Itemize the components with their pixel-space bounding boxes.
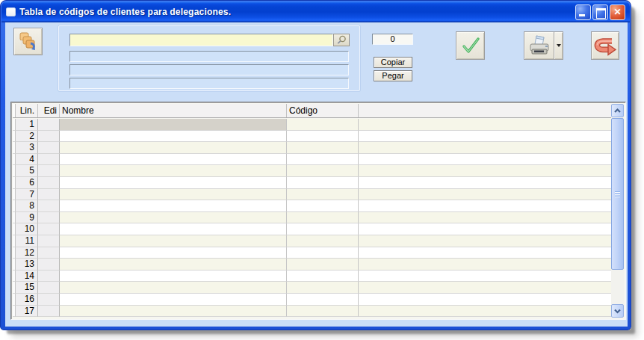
- titlebar[interactable]: Tabla de códigos de clientes para delega…: [1, 1, 630, 22]
- table-row[interactable]: 13: [13, 259, 613, 271]
- cell-edi[interactable]: [38, 306, 60, 318]
- cell-nombre[interactable]: [60, 119, 287, 131]
- cell-lin: 8: [16, 200, 38, 212]
- minimize-button[interactable]: [575, 4, 591, 20]
- table-row[interactable]: 17: [13, 306, 613, 318]
- cell-codigo[interactable]: [287, 154, 359, 166]
- cell-codigo[interactable]: [287, 235, 359, 247]
- table-row[interactable]: 6: [13, 177, 613, 189]
- cell-extra: [359, 259, 613, 271]
- table-row[interactable]: 8: [13, 200, 613, 212]
- cell-codigo[interactable]: [287, 259, 359, 271]
- print-options-dropdown[interactable]: [554, 32, 563, 59]
- table-row[interactable]: 14: [13, 271, 613, 282]
- browse-records-button[interactable]: [13, 28, 43, 55]
- cell-nombre[interactable]: [60, 131, 287, 143]
- table-row[interactable]: 5: [13, 165, 613, 177]
- cell-codigo[interactable]: [287, 165, 359, 177]
- cell-codigo[interactable]: [287, 271, 359, 282]
- cell-edi[interactable]: [38, 154, 60, 166]
- cell-nombre[interactable]: [60, 223, 287, 235]
- cell-edi[interactable]: [38, 247, 60, 259]
- table-row[interactable]: 16: [13, 294, 613, 306]
- search-input[interactable]: [69, 34, 333, 46]
- header-codigo[interactable]: Código: [287, 104, 359, 117]
- table-row[interactable]: 11: [13, 235, 613, 247]
- cell-edi[interactable]: [38, 131, 60, 143]
- exit-button[interactable]: [591, 31, 619, 60]
- cell-nombre[interactable]: [60, 142, 287, 154]
- vertical-scrollbar[interactable]: [611, 104, 624, 318]
- scroll-down-button[interactable]: [611, 304, 624, 318]
- maximize-button[interactable]: [592, 4, 608, 20]
- cell-edi[interactable]: [38, 259, 60, 271]
- cell-nombre[interactable]: [60, 294, 287, 306]
- cell-edi[interactable]: [38, 235, 60, 247]
- cell-codigo[interactable]: [287, 131, 359, 143]
- cell-codigo[interactable]: [287, 189, 359, 201]
- table-row[interactable]: 10: [13, 223, 613, 235]
- window-title: Tabla de códigos de clientes para delega…: [19, 7, 572, 17]
- cell-extra: [359, 294, 613, 306]
- cell-nombre[interactable]: [60, 259, 287, 271]
- info-field-1: [69, 51, 349, 62]
- cell-edi[interactable]: [38, 119, 60, 131]
- cell-lin: 12: [16, 247, 38, 259]
- table-row[interactable]: 2: [13, 131, 613, 143]
- cell-nombre[interactable]: [60, 212, 287, 224]
- table-row[interactable]: 9: [13, 212, 613, 224]
- cell-codigo[interactable]: [287, 119, 359, 131]
- cell-nombre[interactable]: [60, 271, 287, 282]
- cell-edi[interactable]: [38, 223, 60, 235]
- codes-table: Lin. Edi Nombre Código 12345678910111213…: [10, 102, 626, 320]
- scroll-up-button[interactable]: [611, 104, 624, 117]
- table-row[interactable]: 12: [13, 247, 613, 259]
- table-row[interactable]: 7: [13, 189, 613, 201]
- record-count-field: 0: [372, 34, 413, 45]
- window-controls: [575, 4, 625, 20]
- table-row[interactable]: 1: [13, 119, 613, 131]
- cell-nombre[interactable]: [60, 189, 287, 201]
- table-row[interactable]: 3: [13, 142, 613, 154]
- cell-codigo[interactable]: [287, 223, 359, 235]
- cell-edi[interactable]: [38, 200, 60, 212]
- cell-codigo[interactable]: [287, 212, 359, 224]
- header-lin[interactable]: Lin.: [16, 104, 38, 117]
- cell-codigo[interactable]: [287, 200, 359, 212]
- copy-button[interactable]: Copiar: [374, 57, 412, 68]
- cell-nombre[interactable]: [60, 177, 287, 189]
- cell-edi[interactable]: [38, 294, 60, 306]
- header-nombre[interactable]: Nombre: [60, 104, 287, 117]
- cell-nombre[interactable]: [60, 154, 287, 166]
- cell-codigo[interactable]: [287, 294, 359, 306]
- header-edi[interactable]: Edi: [38, 104, 60, 117]
- cell-edi[interactable]: [38, 165, 60, 177]
- cell-nombre[interactable]: [60, 282, 287, 294]
- cell-edi[interactable]: [38, 212, 60, 224]
- cell-edi[interactable]: [38, 271, 60, 282]
- cell-codigo[interactable]: [287, 247, 359, 259]
- cell-codigo[interactable]: [287, 142, 359, 154]
- paste-button[interactable]: Pegar: [374, 70, 412, 81]
- header-extra: [359, 104, 613, 117]
- print-main-area[interactable]: [524, 32, 554, 59]
- cell-nombre[interactable]: [60, 200, 287, 212]
- cell-codigo[interactable]: [287, 306, 359, 318]
- cell-nombre[interactable]: [60, 306, 287, 318]
- scrollbar-thumb[interactable]: [611, 118, 624, 270]
- cell-edi[interactable]: [38, 282, 60, 294]
- print-button[interactable]: [524, 31, 563, 60]
- cell-nombre[interactable]: [60, 165, 287, 177]
- cell-codigo[interactable]: [287, 177, 359, 189]
- cell-nombre[interactable]: [60, 235, 287, 247]
- search-button[interactable]: [333, 34, 350, 46]
- cell-nombre[interactable]: [60, 247, 287, 259]
- cell-edi[interactable]: [38, 177, 60, 189]
- table-row[interactable]: 4: [13, 154, 613, 166]
- table-row[interactable]: 15: [13, 282, 613, 294]
- cell-codigo[interactable]: [287, 282, 359, 294]
- cell-edi[interactable]: [38, 189, 60, 201]
- close-button[interactable]: [610, 4, 625, 20]
- accept-button[interactable]: [456, 31, 485, 60]
- cell-edi[interactable]: [38, 142, 60, 154]
